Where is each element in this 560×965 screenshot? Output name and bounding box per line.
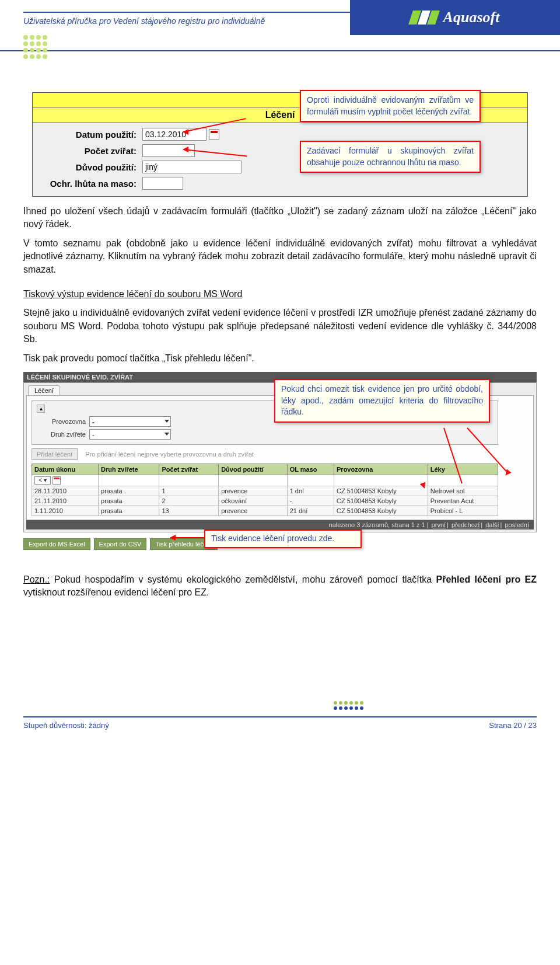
col-header[interactable]: Datum úkonu xyxy=(32,464,99,475)
grid-header-row: Datum úkonu Druh zvířete Počet zvířat Dů… xyxy=(32,464,498,475)
cell-prov: CZ 51004853 Kobyly xyxy=(334,506,428,516)
cell-date: 21.11.2010 xyxy=(32,496,99,506)
reason-label: Důvod použití: xyxy=(37,162,142,172)
cell-druh: prasata xyxy=(99,486,159,496)
filter-cell[interactable] xyxy=(334,475,428,486)
page-footer: Stupeň důvěrnosti: žádný Strana 20 / 23 xyxy=(23,716,537,730)
cell-duvod: očkování xyxy=(219,496,288,506)
date-label: Datum použití: xyxy=(37,130,142,140)
druh-select[interactable]: - xyxy=(89,429,171,440)
add-treatment-button: Přidat léčení xyxy=(32,448,78,460)
filter-operator-select[interactable]: < ▾ xyxy=(34,476,51,485)
cell-date: 28.11.2010 xyxy=(32,486,99,496)
paragraph: Tisk pak provedu pomocí tlačítka „Tisk p… xyxy=(23,352,537,365)
filter-cell[interactable] xyxy=(219,475,288,486)
ochr-label: Ochr. lhůta na maso: xyxy=(37,179,142,189)
decorative-dots-icon xyxy=(23,35,51,63)
footer-confidentiality: Stupeň důvěrnosti: žádný xyxy=(23,721,109,730)
filter-cell[interactable] xyxy=(159,475,219,486)
page-first-link[interactable]: první xyxy=(432,521,446,528)
col-header[interactable]: Důvod použití xyxy=(219,464,288,475)
paragraph: Ihned po uložení všech údajů v zadávacím… xyxy=(23,205,537,231)
druh-label: Druh zvířete xyxy=(37,431,89,438)
count-label: Počet zvířat: xyxy=(37,146,142,156)
callout-ochr: Zadávací formulář u skupinových zvířat o… xyxy=(300,141,481,173)
reason-input[interactable]: jiný xyxy=(142,161,242,173)
cell-leky: Nefrovet sol xyxy=(428,486,498,496)
cell-pocet: 13 xyxy=(159,506,219,516)
filter-cell[interactable] xyxy=(287,475,334,486)
paragraph: Stejně jako u individuálně evidovaných z… xyxy=(23,306,537,346)
cell-leky: Probicol - L xyxy=(428,506,498,516)
calendar-icon[interactable] xyxy=(209,129,219,140)
cell-druh: prasata xyxy=(99,496,159,506)
table-row[interactable]: 28.11.2010 prasata 1 prevence 1 dní CZ 5… xyxy=(32,486,498,496)
brand-name: Aquasoft xyxy=(443,9,500,26)
note-lead: Pozn.: xyxy=(23,574,50,584)
provozovna-label: Provozovna xyxy=(37,418,89,425)
add-hint-text: Pro přidání léčení nejprve vyberte provo… xyxy=(85,451,254,458)
col-header[interactable]: Provozovna xyxy=(334,464,428,475)
logo-icon xyxy=(411,11,438,25)
page-header: Uživatelská příručka pro Vedení stájovéh… xyxy=(0,0,560,51)
table-row[interactable]: 1.11.2010 prasata 13 prevence 21 dní CZ … xyxy=(32,506,498,516)
col-header[interactable]: Počet zvířat xyxy=(159,464,219,475)
filter-cell[interactable] xyxy=(428,475,498,486)
col-header[interactable]: Léky xyxy=(428,464,498,475)
export-csv-button[interactable]: Export do CSV xyxy=(94,538,147,550)
chevron-down-icon xyxy=(164,433,169,436)
grid-filter-row: < ▾ xyxy=(32,475,498,486)
note-paragraph: Pozn.: Pokud hospodařím v systému ekolog… xyxy=(23,573,537,600)
note-text-a: Pokud hospodařím v systému ekologického … xyxy=(50,574,436,584)
grid-status-bar: nalezeno 3 záznamů, strana 1 z 1 | první… xyxy=(26,520,534,529)
filter-cell-date[interactable]: < ▾ xyxy=(32,475,99,486)
export-excel-button[interactable]: Export do MS Excel xyxy=(23,538,90,550)
cell-ol: 1 dní xyxy=(287,486,334,496)
collapse-icon[interactable]: ▴ xyxy=(37,405,45,413)
body-text-block: Ihned po uložení všech údajů v zadávacím… xyxy=(23,205,537,365)
note-bold: Přehled léčení pro EZ xyxy=(436,574,537,584)
cell-prov: CZ 51004853 Kobyly xyxy=(334,496,428,506)
cell-ol: 21 dní xyxy=(287,506,334,516)
cell-duvod: prevence xyxy=(219,486,288,496)
cell-prov: CZ 51004853 Kobyly xyxy=(334,486,428,496)
paragraph: V tomto seznamu pak (obdobně jako u evid… xyxy=(23,237,537,276)
table-row[interactable]: 21.11.2010 prasata 2 očkování - CZ 51004… xyxy=(32,496,498,506)
note-text-b: vytisknout rozšířenou evidenci léčení pr… xyxy=(23,587,209,597)
cell-date: 1.11.2010 xyxy=(32,506,99,516)
cell-pocet: 1 xyxy=(159,486,219,496)
cell-ol: - xyxy=(287,496,334,506)
decorative-dots-icon xyxy=(334,701,362,717)
document-title: Uživatelská příručka pro Vedení stájovéh… xyxy=(23,16,265,26)
filter-cell[interactable] xyxy=(99,475,159,486)
chevron-down-icon xyxy=(164,420,169,423)
cell-druh: prasata xyxy=(99,506,159,516)
footer-page-number: Strana 20 / 23 xyxy=(489,721,537,730)
treatment-table-screenshot: LÉČENÍ SKUPINOVĚ EVID. ZVÍŘAT Léčení ▴ P… xyxy=(23,372,537,550)
cell-pocet: 2 xyxy=(159,496,219,506)
page-prev-link[interactable]: předchozí xyxy=(452,521,480,528)
treatment-form-screenshot: Léčení Datum použití: 03.12.2010 Počet z… xyxy=(32,92,528,197)
cell-leky: Preventan Acut xyxy=(428,496,498,506)
section-subheading: Tiskový výstup evidence léčení do soubor… xyxy=(23,289,242,299)
callout-filter: Pokud chci omezit tisk evidence jen pro … xyxy=(274,379,490,423)
col-header[interactable]: OL maso xyxy=(287,464,334,475)
calendar-icon[interactable] xyxy=(52,476,61,485)
tab-treatment[interactable]: Léčení xyxy=(28,385,60,395)
callout-print: Tisk evidence léčení provedu zde. xyxy=(204,529,362,548)
brand-logo: Aquasoft xyxy=(350,0,560,35)
ochr-input[interactable] xyxy=(142,177,183,190)
cell-duvod: prevence xyxy=(219,506,288,516)
page-last-link[interactable]: poslední xyxy=(505,521,529,528)
callout-count: Oproti individuálně evidovaným zvířatům … xyxy=(300,90,481,122)
col-header[interactable]: Druh zvířete xyxy=(99,464,159,475)
page-next-link[interactable]: další xyxy=(485,521,499,528)
status-text: nalezeno 3 záznamů, strana 1 z 1 xyxy=(329,521,425,528)
date-input[interactable]: 03.12.2010 xyxy=(142,128,206,141)
provozovna-select[interactable]: - xyxy=(89,416,171,427)
